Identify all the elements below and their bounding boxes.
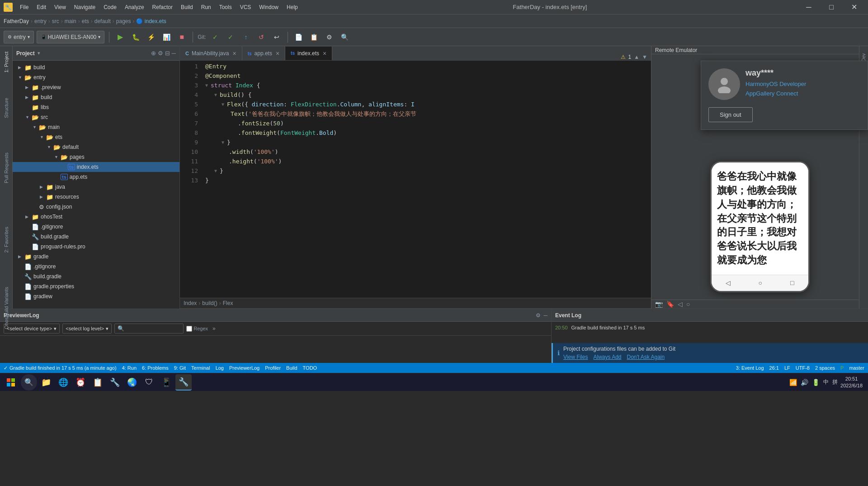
build-all-button[interactable]: 📋 xyxy=(308,31,321,43)
maximize-button[interactable]: □ xyxy=(821,0,842,14)
activity-ohosbuild[interactable]: OhosBuild Variants xyxy=(2,283,11,333)
panel-gear-icon[interactable]: ⚙ xyxy=(158,50,163,57)
ime-mode[interactable]: 拼 xyxy=(832,378,838,386)
regex-checkbox[interactable] xyxy=(186,326,192,332)
append-log-btn[interactable]: » xyxy=(211,325,217,332)
taskbar-tools[interactable]: 🔧 xyxy=(107,374,123,391)
taskbar-app[interactable]: 📱 xyxy=(158,374,175,391)
activity-favorites[interactable]: 2: Favorites xyxy=(2,223,11,256)
ime-label[interactable]: 中 xyxy=(823,378,829,386)
network-icon[interactable]: 📶 xyxy=(789,379,797,386)
status-run[interactable]: 4: Run xyxy=(122,365,137,371)
menu-edit[interactable]: Edit xyxy=(33,2,50,12)
breadcrumb-build[interactable]: build() xyxy=(202,300,217,306)
sign-out-button[interactable]: Sign out xyxy=(708,107,753,122)
status-problems[interactable]: 6: Problems xyxy=(142,365,169,371)
tree-build-gradle[interactable]: ▶ 🔧 build.gradle xyxy=(13,232,179,242)
fold-button[interactable]: ▼ xyxy=(222,100,227,109)
tree-gitignore[interactable]: ▶ 📄 .gitignore xyxy=(13,222,179,232)
settings-icon[interactable]: ⚙ xyxy=(536,312,541,319)
status-log[interactable]: Log xyxy=(216,365,224,371)
close-button[interactable]: ✕ xyxy=(844,0,864,14)
status-event-log[interactable]: 3: Event Log xyxy=(736,365,764,371)
log-level-dropdown[interactable]: <select log level> ▾ xyxy=(62,324,112,334)
phone-back-btn[interactable]: ◁ xyxy=(726,279,731,286)
minimize-panel-icon[interactable]: ─ xyxy=(543,312,547,319)
breadcrumb-index[interactable]: Index xyxy=(184,300,197,306)
activity-project[interactable]: 1: Project xyxy=(2,48,11,76)
menu-analyze[interactable]: Analyze xyxy=(121,2,148,12)
status-terminal[interactable]: Terminal xyxy=(191,365,210,371)
attach-button[interactable]: ⚡ xyxy=(145,31,157,43)
menu-tools[interactable]: Tools xyxy=(216,2,236,12)
emulator-stop-btn[interactable]: ○ xyxy=(686,300,690,308)
emulator-bookmark-btn[interactable]: 🔖 xyxy=(666,300,674,308)
fold-button[interactable]: ▼ xyxy=(205,81,211,90)
tab-close-button[interactable]: × xyxy=(323,50,326,57)
menu-code[interactable]: Code xyxy=(100,2,120,12)
taskbar-search-button[interactable]: 🔍 xyxy=(21,374,37,391)
status-encoding[interactable]: UTF-8 xyxy=(796,365,810,371)
tree-ets[interactable]: ▼ 📂 ets xyxy=(13,132,179,142)
taskbar-browser2[interactable]: 🌏 xyxy=(124,374,140,391)
always-add-link[interactable]: Always Add xyxy=(593,354,621,360)
panel-locate-icon[interactable]: ⊕ xyxy=(151,50,156,57)
tree-proguard[interactable]: ▶ 📄 proguard-rules.pro xyxy=(13,242,179,252)
breadcrumb-ets[interactable]: ets xyxy=(82,18,89,24)
harmonyos-link[interactable]: HarmonyOS Developer xyxy=(745,81,806,87)
tree-ohostest[interactable]: ▶ 📁 ohosTest xyxy=(13,212,179,222)
fold-button[interactable]: ▼ xyxy=(222,138,227,147)
menu-window[interactable]: Window xyxy=(255,2,282,12)
activity-structure[interactable]: Structure xyxy=(2,94,11,122)
tree-entry[interactable]: ▼ 📂 entry xyxy=(13,72,179,82)
tree-build2[interactable]: ▶ 📁 build xyxy=(13,92,179,102)
menu-vcs[interactable]: VCS xyxy=(236,2,255,12)
menu-run[interactable]: Run xyxy=(198,2,215,12)
minimize-button[interactable]: ─ xyxy=(798,0,819,14)
taskbar-clock[interactable]: ⏰ xyxy=(72,374,89,391)
tab-app-ets[interactable]: ts app.ets × xyxy=(242,47,285,60)
menu-file[interactable]: File xyxy=(16,2,32,12)
fold-button[interactable]: ▼ xyxy=(214,90,220,100)
code-content[interactable]: @Entry @Component ▼ struct Index { ▼ bui… xyxy=(202,61,651,298)
git-check-button[interactable]: ✓ xyxy=(209,31,222,43)
code-editor[interactable]: 12345 678910 111213 @Entry @Component ▼ … xyxy=(180,61,651,298)
breadcrumb-fatherday[interactable]: FatherDay xyxy=(4,18,29,24)
emulator-prev-btn[interactable]: ◁ xyxy=(678,300,683,308)
menu-navigate[interactable]: Navigate xyxy=(71,2,99,12)
taskbar-ide[interactable]: 🔧 xyxy=(175,374,192,391)
taskbar-notes[interactable]: 📋 xyxy=(90,374,106,391)
tab-close-button[interactable]: × xyxy=(276,50,279,57)
taskbar-browser[interactable]: 🌐 xyxy=(55,374,71,391)
git-push-button[interactable]: ↑ xyxy=(240,31,252,43)
dont-ask-link[interactable]: Don't Ask Again xyxy=(627,354,665,360)
status-profiler[interactable]: Profiler xyxy=(265,365,281,371)
tree-build-gradle-root[interactable]: ▶ 🔧 build.gradle xyxy=(13,272,179,281)
settings-button[interactable]: ⚙ xyxy=(323,31,336,43)
phone-home-btn[interactable]: ○ xyxy=(759,279,762,286)
appgallery-link[interactable]: AppGallery Connect xyxy=(745,90,806,97)
breadcrumb-default[interactable]: default xyxy=(94,18,111,24)
tree-gradlew[interactable]: ▶ 📄 gradlew xyxy=(13,291,179,301)
tree-resources[interactable]: ▶ 📁 resources xyxy=(13,192,179,202)
warnings-down-arrow[interactable]: ▼ xyxy=(642,54,647,60)
git-undo-button[interactable]: ↩ xyxy=(270,31,283,43)
status-git[interactable]: 9: Git xyxy=(174,365,186,371)
breadcrumb-pages[interactable]: pages xyxy=(116,18,131,24)
tree-gradle-root[interactable]: ▶ 📁 gradle xyxy=(13,252,179,262)
tree-pages[interactable]: ▼ 📂 pages xyxy=(13,152,179,162)
status-position[interactable]: 26:1 xyxy=(769,365,779,371)
run-button[interactable]: ▶ xyxy=(114,31,127,43)
tree-gitignore-root[interactable]: ▶ 📄 .gitignore xyxy=(13,262,179,272)
profile-button[interactable]: 📊 xyxy=(160,31,173,43)
search-toolbar-button[interactable]: 🔍 xyxy=(339,31,351,43)
tree-config-json[interactable]: ▶ ⚙ config.json xyxy=(13,202,179,212)
menu-view[interactable]: View xyxy=(51,2,70,12)
tree-gradle-props[interactable]: ▶ 📄 gradle.properties xyxy=(13,281,179,291)
status-indent[interactable]: 2 spaces xyxy=(815,365,835,371)
status-line-sep[interactable]: LF xyxy=(784,365,790,371)
build-file-button[interactable]: 📄 xyxy=(292,31,305,43)
tree-build[interactable]: ▶ 📁 build xyxy=(13,62,179,72)
status-previewer[interactable]: PreviewerLog xyxy=(229,365,259,371)
menu-refactor[interactable]: Refactor xyxy=(149,2,176,12)
